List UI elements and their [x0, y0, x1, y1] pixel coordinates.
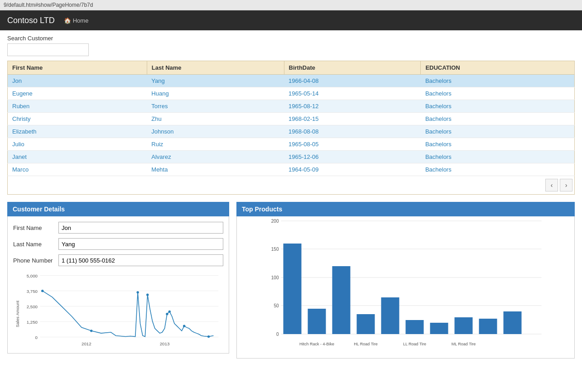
customer-details-header: Customer Details [7, 202, 229, 216]
svg-text:5,000: 5,000 [27, 273, 38, 278]
firstname-row: First Name [13, 222, 223, 234]
svg-text:2012: 2012 [82, 341, 91, 346]
main-content: Search Customer First Name Last Name Bir… [0, 30, 582, 363]
bar-9 [479, 319, 497, 334]
svg-text:200: 200 [271, 219, 279, 224]
search-label: Search Customer [7, 35, 575, 42]
top-products-panel: Top Products 200 150 100 [236, 202, 575, 359]
bottom-panels: Customer Details First Name Last Name Ph… [7, 202, 575, 359]
top-products-body: 200 150 100 50 0 [236, 216, 575, 359]
bar-8 [455, 317, 473, 334]
phone-row: Phone Number [13, 254, 223, 266]
col-firstname: First Name [8, 61, 147, 75]
svg-text:3,750: 3,750 [27, 289, 38, 294]
home-label: Home [73, 17, 89, 24]
bar-5 [381, 297, 399, 334]
svg-text:50: 50 [274, 303, 279, 308]
table-row[interactable]: JanetAlvarez1965-12-06Bachelors [8, 151, 575, 163]
lastname-input[interactable] [58, 238, 223, 250]
firstname-label: First Name [13, 225, 58, 231]
svg-text:Sales Amount: Sales Amount [15, 301, 20, 327]
phone-input[interactable] [58, 254, 223, 266]
col-lastname: Last Name [147, 61, 284, 75]
customer-table: First Name Last Name BirthDate EDUCATION… [7, 61, 575, 176]
svg-point-16 [146, 293, 149, 296]
lastname-row: Last Name [13, 238, 223, 250]
customer-details-panel: Customer Details First Name Last Name Ph… [7, 202, 229, 359]
svg-text:0: 0 [35, 335, 38, 340]
svg-point-14 [90, 330, 92, 332]
bar-6 [406, 320, 424, 334]
bar-2 [308, 309, 326, 334]
svg-text:100: 100 [271, 275, 279, 280]
svg-text:2,500: 2,500 [27, 304, 38, 309]
table-row[interactable]: JulioRuiz1965-08-05Bachelors [8, 138, 575, 151]
bar-3 [332, 266, 351, 334]
table-row[interactable]: ElizabethJohnson1968-08-08Bachelors [8, 125, 575, 138]
bar-7 [430, 323, 448, 334]
brand-name: Contoso LTD [7, 16, 55, 25]
lastname-label: Last Name [13, 241, 58, 248]
svg-point-13 [41, 290, 43, 292]
svg-point-15 [136, 291, 139, 293]
next-page-button[interactable]: › [560, 179, 572, 191]
search-input[interactable] [7, 43, 89, 56]
sales-chart: 5,000 3,750 2,500 1,250 0 Sales Amount 2… [13, 271, 223, 348]
svg-point-20 [207, 335, 210, 338]
svg-point-17 [166, 313, 168, 315]
table-row[interactable]: RubenTorres1965-08-12Bachelors [8, 100, 575, 113]
bar-4 [357, 314, 375, 334]
svg-text:ML Road Tire: ML Road Tire [452, 342, 476, 346]
url-text: 9/default.htm#show/PageHome/7b7d [4, 2, 93, 8]
svg-text:1,250: 1,250 [27, 320, 38, 325]
bar-10 [504, 311, 522, 334]
svg-text:2013: 2013 [160, 341, 170, 346]
phone-label: Phone Number [13, 257, 58, 264]
col-education: EDUCATION [421, 61, 575, 75]
prev-page-button[interactable]: ‹ [545, 179, 558, 191]
table-row[interactable]: ChristyZhu1968-02-15Bachelors [8, 113, 575, 125]
address-bar: 9/default.htm#show/PageHome/7b7d [0, 0, 582, 10]
top-products-header: Top Products [236, 202, 575, 216]
home-icon: 🏠 [64, 17, 71, 24]
customer-details-body: First Name Last Name Phone Number [7, 216, 229, 354]
sales-chart-svg: 5,000 3,750 2,500 1,250 0 Sales Amount 2… [13, 271, 223, 348]
col-birthdate: BirthDate [284, 61, 421, 75]
home-link[interactable]: 🏠 Home [64, 17, 89, 24]
svg-point-19 [183, 325, 185, 327]
table-row[interactable]: JonYang1966-04-08Bachelors [8, 75, 575, 87]
svg-text:LL Road Tire: LL Road Tire [403, 342, 426, 346]
table-row[interactable]: EugeneHuang1965-05-14Bachelors [8, 87, 575, 100]
navbar: Contoso LTD 🏠 Home [0, 10, 582, 30]
firstname-input[interactable] [58, 222, 223, 234]
table-row[interactable]: MarcoMehta1964-05-09Bachelors [8, 163, 575, 176]
svg-text:150: 150 [271, 247, 279, 252]
bar-1 [284, 244, 302, 334]
svg-text:Hitch Rack - 4-Bike: Hitch Rack - 4-Bike [299, 342, 334, 346]
svg-text:0: 0 [276, 332, 279, 337]
table-pagination: ‹ › [7, 176, 575, 195]
svg-text:HL Road Tire: HL Road Tire [354, 342, 378, 346]
svg-point-18 [168, 311, 171, 313]
top-products-chart-svg: 200 150 100 50 0 [237, 216, 574, 357]
